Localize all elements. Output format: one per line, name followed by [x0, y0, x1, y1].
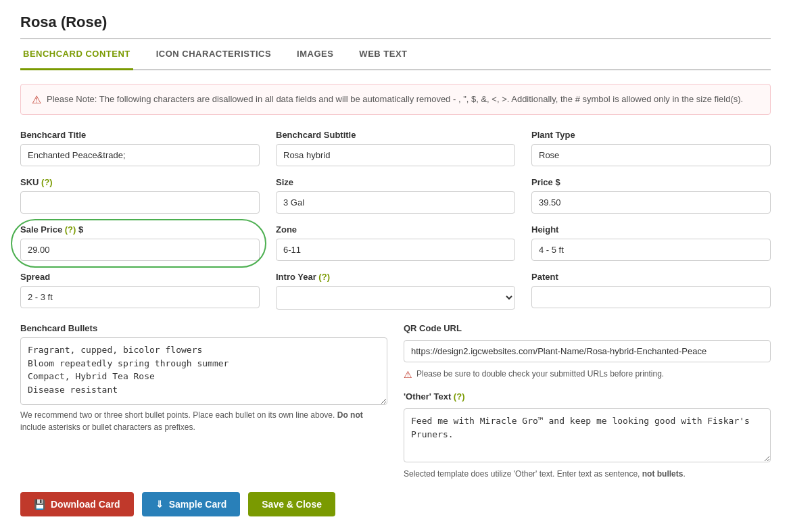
spread-label: Spread — [20, 272, 260, 282]
bullets-label: Benchcard Bullets — [20, 323, 387, 333]
sku-help[interactable]: (?) — [41, 177, 53, 187]
qr-section: QR Code URL ⚠ Please be sure to double c… — [404, 323, 771, 479]
notice-text: Please Note: The following characters ar… — [47, 93, 743, 106]
main-form: Benchcard Title Benchcard Subtitle Plant… — [20, 130, 771, 310]
other-text-label: 'Other' Text (?) — [404, 391, 464, 402]
benchcard-title-input[interactable] — [20, 144, 260, 166]
benchcard-subtitle-group: Benchcard Subtitle — [276, 130, 515, 166]
sample-button[interactable]: ⇓ Sample Card — [142, 492, 241, 516]
price-input[interactable] — [531, 191, 771, 214]
patent-group: Patent — [531, 272, 771, 310]
zone-input[interactable] — [276, 239, 515, 261]
bullets-textarea[interactable] — [20, 337, 387, 405]
tab-images[interactable]: IMAGES — [294, 39, 336, 70]
price-group: Price $ — [531, 177, 771, 214]
size-label: Size — [276, 177, 515, 187]
height-label: Height — [531, 224, 771, 235]
spread-input[interactable] — [20, 286, 260, 308]
sale-price-group: Sale Price (?) $ — [20, 224, 260, 261]
tab-web-text[interactable]: WEB TEXT — [356, 39, 410, 70]
qr-warning-icon: ⚠ — [404, 369, 412, 380]
tab-benchcard-content[interactable]: BENCHCARD CONTENT — [20, 39, 133, 70]
action-buttons: 💾 Download Card ⇓ Sample Card Save & Clo… — [20, 492, 771, 516]
benchcard-title-group: Benchcard Title — [20, 130, 260, 166]
patent-input[interactable] — [531, 286, 771, 308]
price-label: Price $ — [531, 177, 771, 187]
size-input[interactable] — [276, 191, 515, 214]
download-button[interactable]: 💾 Download Card — [20, 492, 134, 516]
qr-warning-text: Please be sure to double check your subm… — [416, 369, 664, 379]
sale-price-input[interactable] — [20, 239, 260, 261]
bullets-group: Benchcard Bullets We recommend two or th… — [20, 323, 387, 479]
plant-type-group: Plant Type — [531, 130, 771, 166]
qr-warning: ⚠ Please be sure to double check your su… — [404, 369, 771, 380]
download-icon: 💾 — [34, 499, 45, 510]
patent-label: Patent — [531, 272, 771, 282]
warning-icon: ⚠ — [32, 93, 41, 106]
benchcard-subtitle-label: Benchcard Subtitle — [276, 130, 515, 140]
intro-year-select[interactable] — [276, 286, 515, 310]
tab-bar: BENCHCARD CONTENT ICON CHARACTERISTICS I… — [20, 39, 771, 70]
intro-year-group: Intro Year (?) — [276, 272, 515, 310]
zone-group: Zone — [276, 224, 515, 261]
plant-type-label: Plant Type — [531, 130, 771, 140]
qr-input[interactable] — [404, 340, 771, 362]
notice-box: ⚠ Please Note: The following characters … — [20, 84, 771, 115]
plant-type-input[interactable] — [531, 144, 771, 166]
sku-group: SKU (?) — [20, 177, 260, 214]
intro-year-help[interactable]: (?) — [318, 272, 330, 282]
sku-input[interactable] — [20, 191, 260, 214]
zone-label: Zone — [276, 224, 515, 235]
benchcard-title-label: Benchcard Title — [20, 130, 260, 140]
size-group: Size — [276, 177, 515, 214]
bottom-section: Benchcard Bullets We recommend two or th… — [20, 323, 771, 479]
spread-group: Spread — [20, 272, 260, 310]
sample-label: Sample Card — [169, 499, 227, 510]
sale-price-label: Sale Price (?) $ — [20, 224, 260, 235]
other-text-textarea[interactable] — [404, 408, 771, 462]
save-label: Save & Close — [262, 499, 322, 510]
page-title: Rosa (Rose) — [20, 14, 771, 39]
tab-icon-characteristics[interactable]: ICON CHARACTERISTICS — [153, 39, 274, 70]
sample-icon: ⇓ — [155, 499, 164, 510]
height-group: Height — [531, 224, 771, 261]
benchcard-subtitle-input[interactable] — [276, 144, 515, 166]
sku-label: SKU (?) — [20, 177, 260, 187]
height-input[interactable] — [531, 239, 771, 261]
save-button[interactable]: Save & Close — [248, 492, 335, 516]
bullets-hint: We recommend two or three short bullet p… — [20, 409, 387, 433]
qr-label: QR Code URL — [404, 323, 771, 333]
other-text-help[interactable]: (?) — [454, 391, 465, 402]
download-label: Download Card — [51, 499, 120, 510]
intro-year-label: Intro Year (?) — [276, 272, 515, 282]
sale-price-help[interactable]: (?) — [65, 224, 76, 235]
other-hint: Selected template does utilize 'Other' t… — [404, 469, 771, 479]
